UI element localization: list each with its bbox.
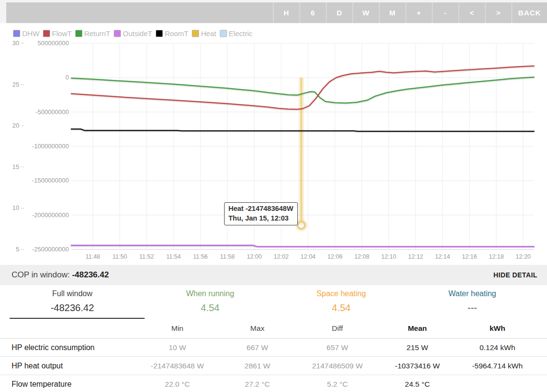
toolbar-button-zoom-in[interactable]: + [405,2,432,23]
summary-card-label: Full window [0,289,145,298]
table-cell: 0.124 kWh [457,343,537,352]
table-header-row: MinMaxDiffMeankWh [0,319,547,339]
time-axis-tick: 11:48 [85,253,100,260]
flowt-swatch-icon [43,30,50,37]
power-axis-tick: -1500000000 [32,177,69,184]
legend-item-roomt[interactable]: RoomT [156,29,188,38]
table-cell: 657 W [297,343,377,352]
heat-point-marker[interactable] [298,222,305,229]
legend-item-heat[interactable]: Heat [192,29,216,38]
table-cell: -2147483648 W [137,362,217,370]
toolbar-buttons: H6DWM+-<>BACK [273,2,547,23]
time-axis-tick: 12:02 [274,253,289,260]
toolbar-button-range-month[interactable]: M [379,2,405,23]
toolbar-button-range-day[interactable]: D [326,2,352,23]
cop-value: -48236.42 [72,270,109,279]
legend-label: RoomT [165,29,188,38]
roomt-swatch-icon [156,30,163,37]
table-cell: 27.2 °C [217,380,297,389]
legend-item-returnt[interactable]: ReturnT [75,29,110,38]
toolbar-button-zoom-out[interactable]: - [432,2,458,23]
time-axis-tick: 11:50 [112,253,127,260]
time-axis-tick: 12:12 [408,253,423,260]
summary-card-value: 4.54 [276,302,407,314]
time-axis-tick: 12:00 [247,253,262,260]
summary-card-label: When running [145,289,276,298]
chart-axis-labels: 302520151055000000000-500000000-10000000… [13,39,531,260]
chart-plot-area[interactable]: 302520151055000000000-500000000-10000000… [0,23,547,265]
legend-label: Heat [201,29,216,38]
table-cell: -10373416 W [377,362,457,370]
toolbar-button-pan-right[interactable]: > [485,2,511,23]
time-axis-tick: 12:10 [381,253,396,260]
top-toolbar: H6DWM+-<>BACK [0,0,547,23]
time-axis-tick: 12:14 [435,253,450,260]
outsidet-line[interactable] [71,245,534,247]
power-axis-tick: 0 [66,74,69,81]
returnt-swatch-icon [75,30,82,37]
time-axis-tick: 12:18 [489,253,504,260]
toolbar-spacer [6,2,273,23]
temp-axis-tick: 25 [13,81,19,88]
cop-in-window: COP in window: -48236.42 [12,270,109,280]
legend-item-outsidet[interactable]: OutsideT [114,29,152,38]
chart-legend: DHWFlowTReturnTOutsideTRoomTHeatElectric [13,29,256,38]
table-cell: 215 W [377,343,457,352]
dhw-swatch-icon [13,30,20,37]
time-axis-tick: 12:16 [462,253,477,260]
time-axis-tick: 11:56 [193,253,208,260]
table-row-label: HP electric consumption [0,343,137,352]
table-cell: -5964.714 kWh [457,362,537,370]
time-axis-tick: 12:08 [354,253,369,260]
power-axis-tick: -500000000 [36,108,69,116]
time-axis-tick: 11:54 [166,253,181,260]
selected-tab-indicator [10,318,145,319]
time-axis-tick: 11:52 [139,253,154,260]
legend-item-flowt[interactable]: FlowT [43,29,72,38]
toolbar-button-back[interactable]: BACK [511,2,547,23]
heat-swatch-icon [192,30,199,37]
chart-tooltip: Heat -2147483648W Thu, Jan 15, 12:03 [224,202,298,225]
summary-card-when-running[interactable]: When running4.54 [145,285,276,319]
temp-axis-tick: 10 [13,204,19,211]
table-cell: 24.5 °C [377,380,457,389]
table-cell: 5.2 °C [297,380,377,389]
table-header-mean: Mean [377,324,457,333]
summary-card-space-heating[interactable]: Space heating4.54 [276,285,407,319]
table-cell: 22.0 °C [137,380,217,389]
time-axis-tick: 12:06 [327,253,342,260]
toolbar-button-range-week[interactable]: W [352,2,379,23]
legend-label: OutsideT [123,29,152,38]
toolbar-button-range-hour[interactable]: H [273,2,299,23]
summary-card-value: --- [407,302,538,314]
power-axis-tick: -1000000000 [32,143,69,150]
summary-card-label: Water heating [407,289,538,298]
chart-panel: DHWFlowTReturnTOutsideTRoomTHeatElectric… [0,23,547,265]
toolbar-button-range-6h[interactable]: 6 [299,2,326,23]
table-header-kwh: kWh [457,324,537,333]
hide-detail-button[interactable]: HIDE DETAIL [494,271,537,279]
table-cell: 667 W [217,343,297,352]
electric-swatch-icon [220,30,227,37]
legend-label: FlowT [52,29,72,38]
table-row: Flow temperature22.0 °C27.2 °C5.2 °C24.5… [0,375,547,392]
time-axis-tick: 11:58 [220,253,235,260]
table-cell: 2861 W [217,362,297,370]
power-axis-tick: -2500000000 [32,246,69,253]
summary-card-full-window[interactable]: Full window-48236.42 [0,285,145,319]
temp-axis-tick: 15 [13,163,19,170]
legend-item-electric[interactable]: Electric [220,29,253,38]
outsidet-swatch-icon [114,30,121,37]
toolbar-button-pan-left[interactable]: < [458,2,485,23]
toolbar-bar: H6DWM+-<>BACK [6,2,547,23]
temp-axis-tick: 5 [16,246,19,253]
table-row: HP electric consumption10 W667 W657 W215… [0,339,547,357]
table-row-label: Flow temperature [0,380,137,389]
summary-card-water-heating[interactable]: Water heating--- [407,285,538,319]
legend-item-dhw[interactable]: DHW [13,29,40,38]
cop-summary-cards: Full window-48236.42When running4.54Spac… [0,285,547,319]
tooltip-value: Heat -2147483648W [228,204,294,214]
table-cell: 2147486509 W [297,362,377,370]
legend-label: ReturnT [84,29,110,38]
table-header-min: Min [137,324,217,333]
